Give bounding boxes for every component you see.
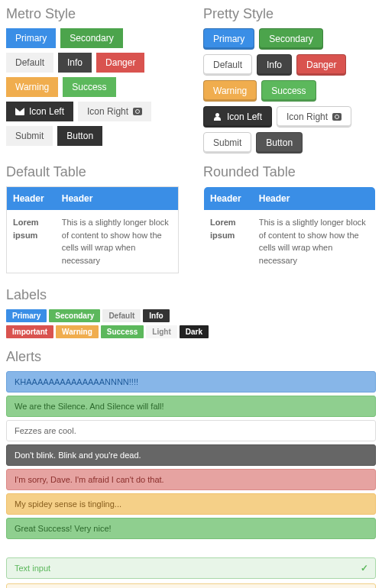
alerts-title: Alerts [6,349,376,365]
button-button[interactable]: Button [57,126,102,146]
alert-default: Fezzes are cool. [6,420,376,441]
camera-icon [332,113,342,121]
icon-left-label: Icon Left [29,106,64,117]
table-cell: This is a slightly longer block of conte… [253,210,376,273]
alert-warning: My spidey sense is tingling... [6,493,376,515]
label-primary: Primary [6,309,47,322]
alert-success: Great Success! Very nice! [6,518,376,539]
warning-button[interactable]: Warning [203,80,257,102]
pretty-style-column: Pretty Style Primary Secondary Default I… [197,0,382,158]
metro-title: Metro Style [6,6,179,22]
danger-button[interactable]: Danger [96,53,144,73]
table-cell: Lorem ipsum [204,210,253,273]
info-button[interactable]: Info [58,53,92,73]
table-cell-bold: Lorem ipsum [210,218,236,240]
primary-button[interactable]: Primary [6,28,56,48]
secondary-button[interactable]: Secondary [60,28,122,48]
secondary-button[interactable]: Secondary [259,28,322,50]
icon-left-label: Icon Left [227,111,262,122]
info-button[interactable]: Info [257,54,292,76]
user-icon [213,113,222,121]
label-success: Success [101,325,144,338]
primary-button[interactable]: Primary [203,28,254,50]
email-input[interactable] [6,583,376,588]
alerts-container: KHAAAAAAAAAAAAAANNNN!!!! We are the Sile… [0,371,382,539]
icon-right-button[interactable]: Icon Right [277,106,351,128]
label-secondary: Secondary [49,309,100,322]
icon-left-button[interactable]: Icon Left [203,106,272,128]
default-table: Header Header Lorem ipsum This is a slig… [6,186,179,273]
labels-title: Labels [6,287,376,303]
button-button[interactable]: Button [256,132,303,153]
table-row: Lorem ipsum This is a slightly longer bl… [204,210,376,273]
icon-right-label: Icon Right [286,111,328,122]
icon-left-button[interactable]: Icon Left [6,102,73,121]
default-table-column: Default Table Header Header Lorem ipsum … [0,158,185,281]
check-icon: ✓ [361,563,368,573]
table-header: Header [56,187,179,211]
warning-button[interactable]: Warning [6,77,58,97]
danger-button[interactable]: Danger [296,54,346,76]
success-button[interactable]: Success [261,80,316,102]
alert-info: Don't blink. Blink and you're dead. [6,444,376,466]
submit-button[interactable]: Submit [6,126,53,146]
label-important: Important [6,325,53,338]
table-header: Header [253,187,376,211]
table-cell: This is a slightly longer block of conte… [56,210,179,273]
label-info: Info [143,309,169,322]
rounded-table-title: Rounded Table [203,164,376,180]
camera-icon [133,108,142,115]
metro-style-column: Metro Style Primary Secondary Default In… [0,0,185,158]
rounded-table-column: Rounded Table Header Header Lorem ipsum … [197,158,382,281]
alert-danger: I'm sorry, Dave. I'm afraid I can't do t… [6,469,376,490]
table-header-row: Header Header [204,187,376,211]
text-input[interactable] [6,557,376,579]
table-row: Lorem ipsum This is a slightly longer bl… [7,210,179,273]
table-header: Header [204,187,253,211]
label-default: Default [102,309,141,322]
alert-secondary: We are the Silence. And Silence will fal… [6,396,376,417]
mail-icon [15,108,24,115]
default-button[interactable]: Default [203,54,252,76]
success-button[interactable]: Success [63,77,115,97]
label-warning: Warning [56,325,99,338]
icon-right-button[interactable]: Icon Right [78,102,151,121]
default-button[interactable]: Default [6,53,53,73]
label-dark: Dark [180,325,209,338]
alert-primary: KHAAAAAAAAAAAAAANNNN!!!! [6,371,376,393]
label-light: Light [146,325,176,338]
default-table-title: Default Table [6,164,179,180]
rounded-table: Header Header Lorem ipsum This is a slig… [203,186,376,273]
text-input-wrap: ✓ [6,557,376,579]
icon-right-label: Icon Right [87,106,128,117]
labels-row-2: Important Warning Success Light Dark [6,325,376,338]
table-cell: Lorem ipsum [7,210,56,273]
pretty-title: Pretty Style [203,6,376,22]
table-header: Header [7,187,56,211]
submit-button[interactable]: Submit [203,132,251,153]
labels-row-1: Primary Secondary Default Info [6,309,376,322]
email-input-wrap: ▲ [6,583,376,588]
table-header-row: Header Header [7,187,179,211]
table-cell-bold: Lorem ipsum [13,218,39,240]
